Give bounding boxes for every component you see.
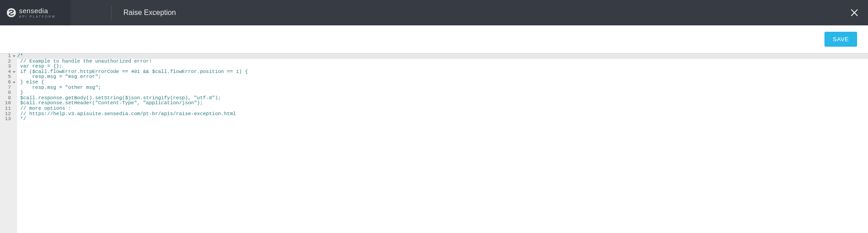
close-button[interactable] — [848, 6, 861, 19]
code-line[interactable]: } else { — [17, 80, 868, 85]
code-line[interactable]: resp.msg = "other msg"; — [17, 85, 868, 91]
line-number: 6 — [0, 80, 15, 85]
line-number: 13 — [0, 116, 15, 122]
code-line[interactable]: if ($call.flowError.httpErrorCode == 401… — [17, 69, 868, 75]
code-line[interactable]: */ — [17, 116, 868, 122]
code-line[interactable]: } — [17, 90, 868, 96]
fold-marker-icon[interactable] — [13, 82, 15, 83]
code-line[interactable]: /* — [17, 53, 868, 59]
fold-marker-icon[interactable] — [13, 55, 15, 57]
fold-marker-icon[interactable] — [13, 71, 15, 73]
code-line[interactable]: $call.response.setHeader("Content-Type",… — [17, 101, 868, 106]
sensedia-logo-icon — [6, 8, 16, 18]
header-divider — [111, 5, 112, 20]
line-number: 1 — [0, 53, 15, 59]
toolbar: SAVE — [0, 25, 868, 53]
app-header: sensedia API PLATFORM Raise Exception — [0, 0, 868, 25]
line-number-gutter: 12345678910111213 — [0, 53, 17, 233]
code-area[interactable]: /* // Example to handle the unauthorized… — [17, 53, 868, 233]
line-number: 8 — [0, 90, 15, 96]
code-line[interactable]: // Example to handle the unauthorized er… — [17, 59, 868, 64]
code-line[interactable]: resp.msg = "msg error"; — [17, 74, 868, 80]
code-line[interactable]: // https://help.v3.apisuite.sensedia.com… — [17, 112, 868, 117]
brand-name: sensedia — [19, 7, 56, 14]
close-icon — [849, 8, 859, 18]
brand-subtitle: API PLATFORM — [19, 15, 56, 18]
page-title: Raise Exception — [123, 9, 176, 17]
code-line[interactable]: // more options : — [17, 106, 868, 112]
line-number: 11 — [0, 106, 15, 112]
code-editor[interactable]: 12345678910111213 /* // Example to handl… — [0, 53, 868, 233]
brand-logo: sensedia API PLATFORM — [0, 0, 70, 25]
save-button[interactable]: SAVE — [824, 32, 857, 47]
